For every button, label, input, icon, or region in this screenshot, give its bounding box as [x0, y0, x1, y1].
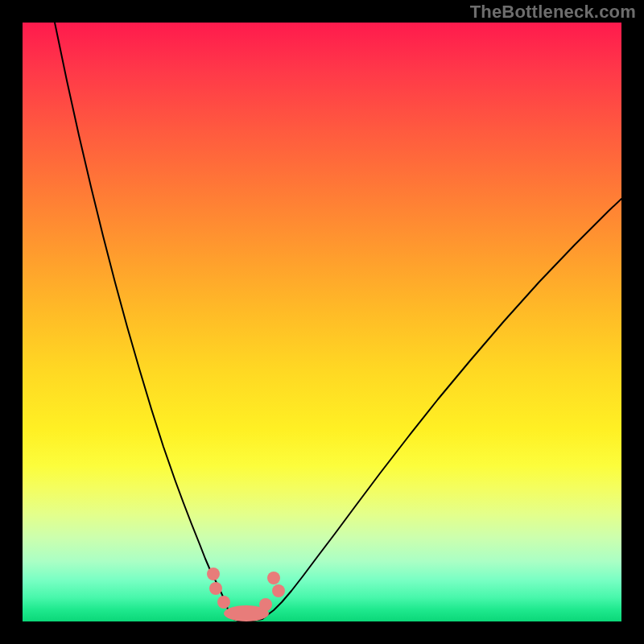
plot-area [23, 23, 621, 621]
left-upper-dot [207, 568, 220, 580]
left-lower-dot [217, 596, 230, 609]
chart-frame: TheBottleneck.com [0, 0, 644, 644]
curve-layer [23, 23, 621, 621]
right-lower-dot [259, 598, 272, 611]
left-mid-dot [209, 582, 222, 595]
right-upper-dot [267, 572, 280, 584]
right-mid-dot [272, 584, 285, 597]
watermark-text: TheBottleneck.com [470, 2, 636, 23]
bottleneck-curve [55, 23, 621, 621]
